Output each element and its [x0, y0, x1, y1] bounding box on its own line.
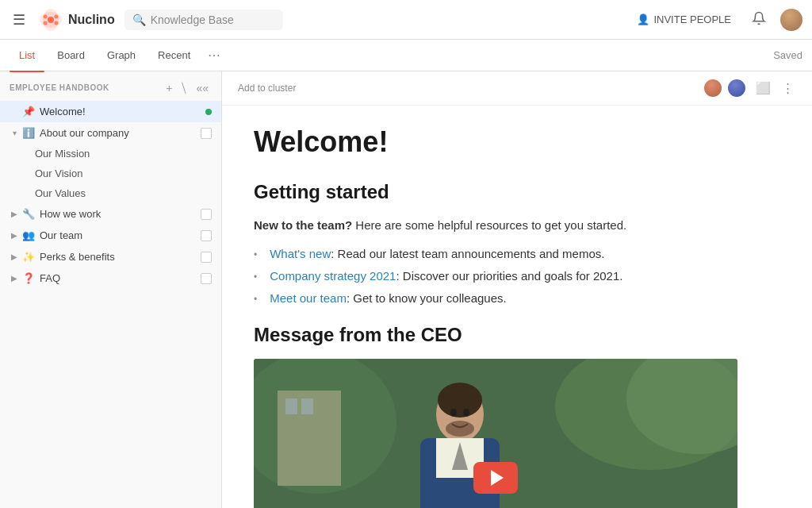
company-strategy-link[interactable]: Company strategy 2021	[270, 269, 396, 283]
list-item: Company strategy 2021: Discover our prio…	[254, 267, 780, 286]
svg-point-17	[450, 409, 457, 417]
sidebar-item-perks[interactable]: ▶ ✨ Perks & benefits	[0, 246, 221, 267]
tab-board[interactable]: Board	[48, 44, 94, 66]
main-content: Add to cluster ⬜ ⋮ Welcome! Getting star…	[222, 71, 812, 508]
svg-point-5	[44, 21, 48, 25]
svg-point-19	[446, 421, 474, 437]
sidebar-item-label: Our Values	[35, 187, 212, 199]
sidebar-item-how[interactable]: ▶ 🔧 How we work	[0, 203, 221, 225]
list-item-text: What's new: Read our latest team announc…	[270, 244, 604, 264]
list-item-text: Meet our team: Get to know your colleagu…	[270, 289, 507, 308]
section-ceo-message: Message from the CEO	[254, 324, 780, 346]
resource-list: What's new: Read our latest team announc…	[254, 244, 780, 308]
item-emoji: ✨	[22, 251, 36, 263]
collaborator-avatar-2	[726, 78, 747, 98]
sidebar-item-label: Our Vision	[35, 167, 212, 179]
tab-graph[interactable]: Graph	[98, 44, 145, 66]
item-arrow: ▶	[10, 231, 19, 240]
list-item: What's new: Read our latest team announc…	[254, 244, 780, 264]
item-arrow: ▶	[10, 274, 19, 283]
sidebar-item-about[interactable]: ▾ ℹ️ About our company	[0, 122, 221, 144]
sidebar-item-welcome[interactable]: 📌 Welcome!	[0, 101, 221, 122]
sidebar-item-label: Our team	[40, 229, 197, 241]
sidebar-item-values[interactable]: Our Values	[0, 183, 221, 203]
sidebar-item-vision[interactable]: Our Vision	[0, 164, 221, 183]
sidebar-header: EMPLOYEE HANDBOOK + ⧹ ««	[0, 71, 221, 101]
item-emoji: ❓	[22, 272, 36, 284]
section-getting-started: Getting started	[254, 181, 780, 203]
svg-point-4	[55, 14, 59, 18]
intro-paragraph: New to the team? Here are some helpful r…	[254, 216, 780, 235]
notifications-button[interactable]	[749, 8, 769, 31]
logo[interactable]: Nuclino	[38, 7, 115, 33]
intro-rest: Here are some helpful resources to get y…	[352, 218, 626, 232]
item-checkbox[interactable]	[201, 209, 212, 220]
item-emoji: 🔧	[22, 208, 36, 220]
collaborator-avatar-1	[703, 78, 723, 98]
present-button[interactable]: ⬜	[753, 79, 773, 98]
add-to-cluster-button[interactable]: Add to cluster	[238, 83, 696, 94]
tab-list[interactable]: List	[10, 44, 44, 66]
whats-new-link[interactable]: What's new	[270, 247, 331, 260]
invite-people-button[interactable]: 👤 INVITE PEOPLE	[630, 10, 737, 29]
sidebar-item-label: FAQ	[40, 272, 197, 284]
link-rest: : Read our latest team announcements and…	[331, 247, 604, 260]
saved-status: Saved	[773, 49, 802, 61]
navbar: ☰ Nuclino 🔍 Knowledge Base 👤 INVITE PEOP…	[0, 0, 812, 40]
svg-point-16	[438, 383, 482, 418]
item-emoji: 📌	[22, 106, 36, 117]
sidebar-item-label: About our company	[40, 127, 197, 139]
sidebar-item-label: Perks & benefits	[40, 251, 197, 263]
tab-more-button[interactable]: ⋯	[203, 44, 225, 66]
user-avatar[interactable]	[780, 9, 802, 31]
menu-icon[interactable]: ☰	[10, 10, 29, 30]
item-emoji: 👥	[22, 229, 36, 241]
svg-rect-13	[301, 398, 313, 414]
ceo-video[interactable]	[254, 359, 737, 508]
expand-sidebar-button[interactable]: ⧹	[178, 79, 190, 96]
item-arrow: ▾	[10, 129, 19, 137]
document-body: Welcome! Getting started New to the team…	[222, 106, 812, 508]
play-button[interactable]	[473, 462, 518, 494]
main-layout: EMPLOYEE HANDBOOK + ⧹ «« 📌 Welcome! ▾ ℹ️…	[0, 71, 812, 508]
item-checkbox[interactable]	[201, 273, 212, 284]
collapse-sidebar-button[interactable]: ««	[193, 79, 212, 96]
svg-point-6	[55, 21, 59, 25]
sidebar-actions: + ⧹ ««	[163, 79, 212, 96]
doc-title: Welcome!	[254, 125, 780, 159]
sidebar: EMPLOYEE HANDBOOK + ⧹ «« 📌 Welcome! ▾ ℹ️…	[0, 71, 222, 508]
play-icon	[491, 470, 504, 486]
active-dot	[205, 109, 212, 115]
item-arrow: ▶	[10, 210, 19, 218]
tabbar: List Board Graph Recent ⋯ Saved	[0, 40, 812, 71]
svg-point-3	[44, 14, 48, 18]
item-arrow: ▶	[10, 252, 19, 261]
item-emoji: ℹ️	[22, 127, 36, 139]
intro-bold: New to the team?	[254, 218, 352, 232]
logo-label: Nuclino	[68, 13, 115, 27]
link-rest: : Get to know your colleagues.	[347, 291, 507, 305]
item-checkbox[interactable]	[201, 128, 212, 139]
svg-point-18	[463, 409, 469, 417]
tab-recent[interactable]: Recent	[148, 44, 200, 66]
svg-point-2	[48, 17, 54, 23]
item-checkbox[interactable]	[201, 230, 212, 241]
content-topbar: Add to cluster ⬜ ⋮	[222, 71, 812, 106]
invite-icon: 👤	[637, 13, 649, 25]
item-checkbox[interactable]	[201, 252, 212, 263]
more-options-button[interactable]: ⋮	[779, 79, 796, 98]
sidebar-item-faq[interactable]: ▶ ❓ FAQ	[0, 267, 221, 289]
collaborator-avatars	[703, 78, 747, 98]
meet-team-link[interactable]: Meet our team	[270, 291, 347, 305]
svg-rect-12	[285, 398, 297, 414]
sidebar-item-mission[interactable]: Our Mission	[0, 144, 221, 164]
nuclino-logo-icon	[38, 7, 63, 33]
global-search[interactable]: 🔍 Knowledge Base	[124, 10, 283, 30]
sidebar-item-label: Our Mission	[35, 148, 212, 160]
bell-icon	[752, 11, 766, 25]
add-item-button[interactable]: +	[163, 79, 175, 96]
link-rest: : Discover our priorities and goals for …	[396, 269, 622, 283]
sidebar-item-team[interactable]: ▶ 👥 Our team	[0, 225, 221, 246]
sidebar-item-label: Welcome!	[40, 106, 202, 117]
navbar-right: 👤 INVITE PEOPLE	[630, 8, 802, 31]
